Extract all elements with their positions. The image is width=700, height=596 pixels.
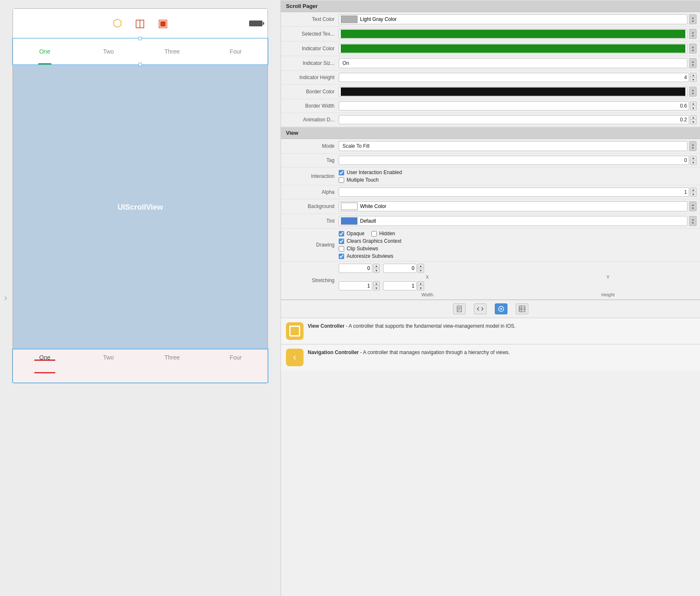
tag-value: ▲ ▼ [339, 156, 697, 165]
alpha-value: ▲ ▼ [339, 188, 697, 197]
indicator-color-stepper[interactable]: ▲▼ [689, 44, 697, 54]
stretching-y-cell: ▲ ▼ [383, 264, 424, 273]
opaque-checkbox[interactable] [339, 231, 344, 236]
bottom-tab-one[interactable]: One [13, 354, 77, 361]
indicator-height-down[interactable]: ▼ [690, 77, 697, 82]
toolbar-document-icon[interactable] [453, 303, 466, 314]
device-top-bar: ⬡ ◫ ▣ [13, 9, 268, 38]
animation-d-down[interactable]: ▼ [690, 120, 697, 124]
autoresize-checkbox[interactable] [339, 254, 344, 259]
icon-hexagon[interactable]: ⬡ [113, 17, 122, 30]
animation-d-stepper[interactable]: ▲ ▼ [690, 115, 697, 124]
alpha-down[interactable]: ▼ [690, 192, 697, 197]
alpha-input[interactable] [339, 188, 689, 197]
border-width-row: Border Width ▲ ▼ [281, 99, 700, 113]
animation-d-up[interactable]: ▲ [690, 115, 697, 120]
stretching-w-down[interactable]: ▼ [373, 286, 380, 290]
user-interaction-checkbox[interactable] [339, 170, 344, 175]
top-tab-one[interactable]: One [13, 38, 77, 64]
indicator-height-input-group: ▲ ▼ [339, 73, 697, 82]
indicator-height-input[interactable] [339, 73, 689, 82]
interaction-row: Interaction User Interaction Enabled Mul… [281, 167, 700, 185]
hidden-checkbox[interactable] [371, 231, 377, 236]
border-width-down[interactable]: ▼ [690, 106, 697, 110]
indicator-height-stepper[interactable]: ▲ ▼ [690, 73, 697, 82]
tint-label: Tint [284, 218, 339, 224]
stretching-x-up[interactable]: ▲ [373, 264, 380, 268]
stretching-w-input[interactable] [339, 281, 372, 290]
bottom-tab-two[interactable]: Two [77, 354, 140, 361]
background-stepper[interactable]: ▲▼ [689, 201, 697, 211]
animation-d-input[interactable] [339, 115, 689, 124]
stretching-x-label: X [411, 275, 444, 280]
toolbar-circle-icon[interactable] [495, 303, 507, 314]
border-width-input[interactable] [339, 101, 689, 110]
icon-cube[interactable]: ◫ [135, 17, 145, 30]
indicator-size-dropdown[interactable]: On [339, 58, 687, 68]
tag-stepper[interactable]: ▲ ▼ [690, 156, 697, 165]
border-width-label: Border Width [284, 103, 339, 109]
mode-row: Mode Scale To Fill ▲▼ [281, 139, 700, 154]
clip-subviews-label: Clip Subviews [347, 246, 378, 252]
tag-input[interactable] [339, 156, 689, 165]
border-color-dropdown[interactable] [339, 87, 687, 97]
border-width-value: ▲ ▼ [339, 101, 697, 110]
stretching-y-input[interactable] [383, 264, 417, 273]
stretching-xy-labels: X Y [339, 275, 697, 280]
opaque-hidden-row: Opaque Hidden [339, 231, 401, 236]
stretching-y-stepper[interactable]: ▲ ▼ [417, 264, 424, 273]
alpha-up[interactable]: ▲ [690, 188, 697, 192]
top-tab-two[interactable]: Two [77, 38, 140, 64]
stretching-x-down[interactable]: ▼ [373, 268, 380, 273]
stretching-w-stepper[interactable]: ▲ ▼ [373, 281, 380, 290]
stretching-h-up[interactable]: ▲ [417, 281, 424, 286]
stretching-h-stepper[interactable]: ▲ ▼ [417, 281, 424, 290]
stretching-y-up[interactable]: ▲ [417, 264, 424, 268]
alpha-stepper[interactable]: ▲ ▼ [690, 188, 697, 197]
background-dropdown[interactable]: White Color [339, 201, 687, 211]
interaction-value: User Interaction Enabled Multiple Touch [339, 170, 697, 183]
stretching-h-down[interactable]: ▼ [417, 286, 424, 290]
icon-square[interactable]: ▣ [158, 17, 168, 30]
clip-subviews-checkbox[interactable] [339, 246, 344, 252]
multiple-touch-checkbox[interactable] [339, 177, 344, 183]
user-interaction-row: User Interaction Enabled [339, 170, 402, 175]
mode-dropdown[interactable]: Scale To Fill [339, 141, 687, 151]
mode-stepper[interactable]: ▲▼ [689, 141, 697, 151]
selected-text-dropdown[interactable] [339, 29, 687, 39]
clears-graphics-checkbox[interactable] [339, 239, 344, 244]
top-tab-three[interactable]: Three [140, 38, 204, 64]
stretching-w-label: Width [411, 292, 444, 297]
indicator-height-up[interactable]: ▲ [690, 73, 697, 77]
bottom-tab-three[interactable]: Three [140, 354, 204, 361]
battery-icon [249, 21, 262, 26]
tag-up[interactable]: ▲ [690, 156, 697, 160]
animation-d-value: ▲ ▼ [339, 115, 697, 124]
selected-text-stepper[interactable]: ▲▼ [689, 29, 697, 39]
bottom-tab-four[interactable]: Four [204, 354, 268, 361]
toolbar-table-icon[interactable] [516, 303, 528, 314]
tag-down[interactable]: ▼ [690, 160, 697, 165]
text-color-stepper[interactable]: ▲▼ [689, 14, 697, 24]
selected-text-value: ▲▼ [339, 29, 697, 39]
stretching-x-stepper[interactable]: ▲ ▼ [373, 264, 380, 273]
stretching-w-up[interactable]: ▲ [373, 281, 380, 286]
stretching-y-down[interactable]: ▼ [417, 268, 424, 273]
tint-dropdown[interactable]: Default [339, 216, 687, 226]
indicator-color-row: Indicator Color ▲▼ [281, 41, 700, 56]
indicator-color-dropdown[interactable] [339, 44, 687, 54]
background-label: Background [284, 203, 339, 209]
border-width-up[interactable]: ▲ [690, 101, 697, 106]
toolbar-code-icon[interactable] [474, 303, 486, 314]
background-value: White Color ▲▼ [339, 201, 697, 211]
stretching-x-input[interactable] [339, 264, 372, 273]
tint-stepper[interactable]: ▲▼ [689, 216, 697, 226]
border-color-stepper[interactable]: ▲▼ [689, 87, 697, 97]
indicator-size-stepper[interactable]: ▲▼ [689, 58, 697, 68]
stretching-h-input[interactable] [383, 281, 417, 290]
top-tab-four[interactable]: Four [204, 38, 268, 64]
svg-rect-6 [519, 306, 525, 312]
border-width-stepper[interactable]: ▲ ▼ [690, 101, 697, 110]
animation-d-input-group: ▲ ▼ [339, 115, 697, 124]
text-color-dropdown[interactable]: Light Gray Color [339, 14, 687, 24]
